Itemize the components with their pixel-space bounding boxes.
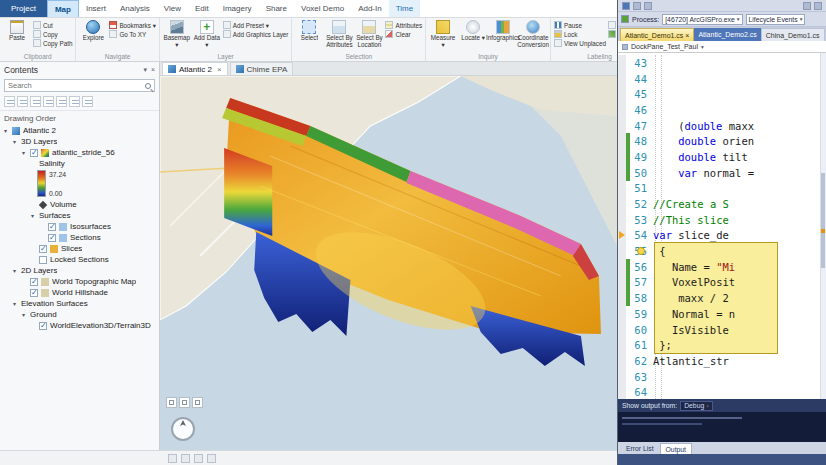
code-line-63[interactable]: 63 bbox=[618, 369, 826, 385]
ribbon-tab-edit[interactable]: Edit bbox=[188, 0, 216, 17]
layer-ground[interactable]: ▾Ground bbox=[0, 309, 159, 320]
breakpoint-margin[interactable] bbox=[618, 353, 626, 369]
vs-toolbar-icon-1[interactable] bbox=[622, 2, 630, 10]
code-line-45[interactable]: 45 bbox=[618, 86, 826, 102]
copy-path-button[interactable]: Copy Path bbox=[33, 39, 72, 47]
code-line-48[interactable]: 48double orien bbox=[618, 133, 826, 149]
breakpoint-margin[interactable] bbox=[618, 102, 626, 118]
layer-atlantic-stride-56[interactable]: ▾atlantic_stride_56 bbox=[0, 147, 159, 158]
document-tab-atlantic-demo1-cs[interactable]: Atlantic_Demo1.cs× bbox=[620, 28, 694, 41]
editor-scrollbar[interactable] bbox=[820, 53, 826, 399]
visibility-checkbox[interactable] bbox=[39, 245, 47, 253]
layer-worldelevation3d-terrain3d[interactable]: WorldElevation3D/Terrain3D bbox=[0, 320, 159, 331]
code-line-52[interactable]: 52//Create a S bbox=[618, 196, 826, 212]
code-line-47[interactable]: 47(double maxx bbox=[618, 118, 826, 134]
layer-surfaces[interactable]: ▾Surfaces bbox=[0, 210, 159, 221]
status-icon-4[interactable] bbox=[207, 454, 216, 463]
code-editor[interactable]: 4344454647(double maxx48double orien49do… bbox=[618, 53, 826, 399]
list-by-snapping-icon[interactable] bbox=[56, 96, 67, 107]
select-button[interactable]: Select bbox=[295, 19, 323, 52]
attributes-button[interactable]: Attributes bbox=[385, 21, 422, 29]
breakpoint-margin[interactable] bbox=[618, 133, 626, 149]
breakpoint-margin[interactable] bbox=[618, 369, 626, 385]
ribbon-tab-project[interactable]: Project bbox=[0, 0, 47, 17]
measure-button[interactable]: Measure ▾ bbox=[429, 19, 457, 52]
explore-button[interactable]: Explore bbox=[79, 19, 107, 52]
visibility-checkbox[interactable] bbox=[39, 256, 47, 264]
ribbon-tab-time[interactable]: Time bbox=[389, 0, 420, 17]
breakpoint-margin[interactable] bbox=[618, 337, 626, 353]
output-channel-dropdown[interactable]: Debug ▾ bbox=[680, 401, 713, 411]
code-line-55[interactable]: 55{ bbox=[618, 243, 826, 259]
pause-button[interactable]: Pause bbox=[554, 21, 606, 29]
vs-toolbar-icon-3[interactable] bbox=[644, 2, 652, 10]
list-by-source-icon[interactable] bbox=[17, 96, 28, 107]
panel-tab-error-list[interactable]: Error List bbox=[621, 443, 659, 454]
code-line-57[interactable]: 57VoxelPosit bbox=[618, 275, 826, 291]
copy-button[interactable]: Copy bbox=[33, 30, 72, 38]
close-icon[interactable]: × bbox=[151, 65, 155, 75]
go-to-xy-button[interactable]: Go To XY bbox=[109, 30, 155, 38]
document-tab-atlantic-demo2-cs[interactable]: Atlantic_Demo2.cs bbox=[694, 28, 760, 41]
process-dropdown[interactable]: [46720] ArcGISPro.exe ▾ bbox=[662, 14, 742, 25]
code-line-62[interactable]: 62Atlantic_str bbox=[618, 353, 826, 369]
breakpoint-margin[interactable] bbox=[618, 165, 626, 181]
code-line-58[interactable]: 58maxx / 2 bbox=[618, 290, 826, 306]
ribbon-tab-map[interactable]: Map bbox=[47, 0, 79, 17]
layer-isosurfaces[interactable]: Isosurfaces bbox=[0, 221, 159, 232]
search-input[interactable] bbox=[8, 81, 142, 90]
vs-toolbar-icon-4[interactable] bbox=[803, 2, 811, 10]
lifecycle-events-dropdown[interactable]: Lifecycle Events ▾ bbox=[746, 14, 806, 25]
breakpoint-margin[interactable] bbox=[618, 259, 626, 275]
view-unplaced-button[interactable]: View Unplaced bbox=[554, 39, 606, 47]
code-line-50[interactable]: 50var normal = bbox=[618, 165, 826, 181]
layer-sections[interactable]: Sections bbox=[0, 232, 159, 243]
visibility-checkbox[interactable] bbox=[48, 223, 56, 231]
view-tab-chime-epa[interactable]: Chime EPA bbox=[230, 62, 294, 75]
layer-3d-layers[interactable]: ▾3D Layers bbox=[0, 136, 159, 147]
code-line-49[interactable]: 49double tilt bbox=[618, 149, 826, 165]
layer-slices[interactable]: Slices bbox=[0, 243, 159, 254]
breakpoint-margin[interactable] bbox=[618, 275, 626, 291]
breakpoint-margin[interactable] bbox=[618, 118, 626, 134]
breadcrumb[interactable]: DockPane_Test_Paul bbox=[631, 43, 698, 50]
layer-salinity[interactable]: Salinity bbox=[0, 158, 159, 169]
breakpoint-margin[interactable] bbox=[618, 228, 626, 244]
map-control-button-1[interactable] bbox=[166, 397, 177, 408]
map-control-button-3[interactable] bbox=[192, 397, 203, 408]
ribbon-tab-view[interactable]: View bbox=[157, 0, 188, 17]
breakpoint-margin[interactable] bbox=[618, 55, 626, 71]
list-by-drawing-order-icon[interactable] bbox=[4, 96, 15, 107]
vs-toolbar-icon-5[interactable] bbox=[814, 2, 822, 10]
code-line-60[interactable]: 60IsVisible bbox=[618, 322, 826, 338]
ribbon-tab-share[interactable]: Share bbox=[259, 0, 294, 17]
breakpoint-margin[interactable] bbox=[618, 86, 626, 102]
bookmarks-button[interactable]: Bookmarks ▾ bbox=[109, 21, 155, 29]
code-line-51[interactable]: 51 bbox=[618, 181, 826, 197]
breakpoint-margin[interactable] bbox=[618, 212, 626, 228]
ribbon-tab-analysis[interactable]: Analysis bbox=[113, 0, 157, 17]
breakpoint-margin[interactable] bbox=[618, 384, 626, 399]
code-line-59[interactable]: 59Normal = n bbox=[618, 306, 826, 322]
breakpoint-margin[interactable] bbox=[618, 71, 626, 87]
map-canvas[interactable] bbox=[160, 76, 617, 450]
close-icon[interactable]: × bbox=[685, 32, 689, 39]
locate-button[interactable]: Locate ▾ bbox=[459, 19, 487, 52]
add-data-button[interactable]: Add Data ▾ bbox=[193, 19, 221, 52]
convert-button[interactable]: Convert ▾ bbox=[608, 30, 617, 38]
status-icon-2[interactable] bbox=[181, 454, 190, 463]
layer-locked-sections[interactable]: Locked Sections bbox=[0, 254, 159, 265]
ribbon-tab-add-in[interactable]: Add-In bbox=[351, 0, 389, 17]
map-control-button-2[interactable] bbox=[179, 397, 190, 408]
add-graphics-layer-button[interactable]: Add Graphics Layer bbox=[223, 30, 289, 38]
clear-button[interactable]: Clear bbox=[385, 30, 422, 38]
output-pane-content[interactable] bbox=[618, 412, 826, 442]
close-icon[interactable]: × bbox=[217, 65, 222, 74]
view-tab-atlantic-2[interactable]: Atlantic 2× bbox=[162, 62, 228, 75]
breakpoint-margin[interactable] bbox=[618, 243, 626, 259]
select-by-attributes-button[interactable]: Select By Attributes bbox=[325, 19, 353, 52]
code-line-53[interactable]: 53//This slice bbox=[618, 212, 826, 228]
list-by-selection-icon[interactable] bbox=[30, 96, 41, 107]
layer-world-topographic-map[interactable]: World Topographic Map bbox=[0, 276, 159, 287]
ribbon-tab-voxel-demo[interactable]: Voxel Demo bbox=[294, 0, 351, 17]
